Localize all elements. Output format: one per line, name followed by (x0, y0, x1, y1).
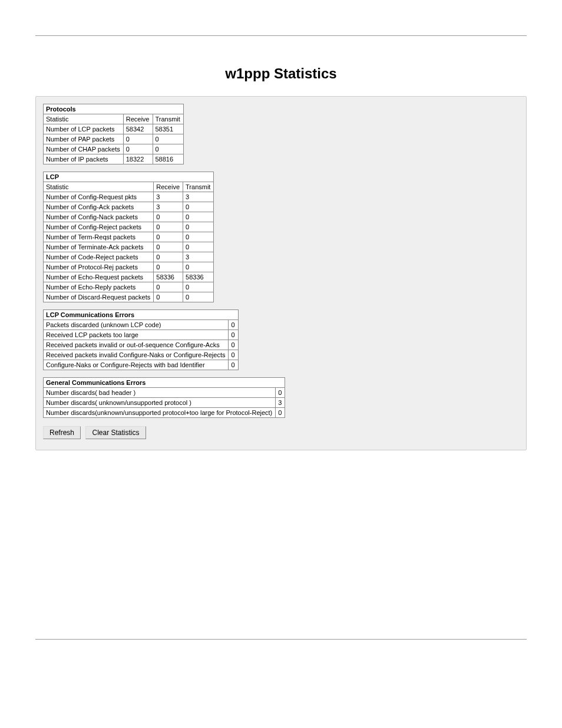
stat-val: 0 (276, 388, 285, 398)
table-row: Number discards( bad header )0 (44, 388, 285, 398)
stat-tx: 0 (183, 212, 214, 222)
lcp-errors-table: LCP Communications Errors Packets discar… (43, 309, 239, 370)
stat-rx: 0 (154, 232, 183, 242)
stat-rx: 0 (154, 262, 183, 272)
table-row: Number of Term-Reqst packets00 (44, 232, 214, 242)
stat-label: Number of Discard-Request packets (44, 292, 154, 302)
stat-tx: 58351 (153, 124, 183, 134)
general-errors-table: General Communications Errors Number dis… (43, 377, 285, 418)
col-statistic: Statistic (44, 114, 124, 124)
stat-tx: 0 (183, 232, 214, 242)
stat-rx: 0 (154, 222, 183, 232)
stat-label: Number of Code-Reject packets (44, 252, 154, 262)
stat-label: Packets discarded (unknown LCP code) (44, 320, 229, 330)
table-row: Number of Echo-Reply packets00 (44, 282, 214, 292)
stat-rx: 0 (123, 144, 153, 154)
stat-label: Received packets invalid or out-of-seque… (44, 340, 229, 350)
stat-rx: 0 (154, 292, 183, 302)
stat-label: Number of Config-Nack packets (44, 212, 154, 222)
stat-rx: 18322 (123, 154, 153, 164)
top-rule (35, 35, 527, 36)
table-row: Number of IP packets1832258816 (44, 154, 184, 164)
table-row: Received packets invalid or out-of-seque… (44, 340, 239, 350)
table-row: Received LCP packets too large0 (44, 330, 239, 340)
stat-label: Number discards( unknown/unsupported pro… (44, 398, 276, 408)
stat-val: 0 (229, 320, 238, 330)
stat-label: Number of CHAP packets (44, 144, 124, 154)
stat-rx: 3 (154, 192, 183, 202)
stat-rx: 0 (123, 134, 153, 144)
stat-val: 0 (276, 408, 285, 418)
page-title: w1ppp Statistics (35, 65, 527, 82)
stat-label: Number of Echo-Request packets (44, 272, 154, 282)
stat-tx: 0 (183, 202, 214, 212)
stat-label: Number of Term-Reqst packets (44, 232, 154, 242)
table-row: Number of Config-Ack packets30 (44, 202, 214, 212)
stat-tx: 58816 (153, 154, 183, 164)
stat-val: 3 (276, 398, 285, 408)
stat-label: Number of IP packets (44, 154, 124, 164)
stat-label: Number discards(unknown/unsupported prot… (44, 408, 276, 418)
table-row: Number of Config-Request pkts33 (44, 192, 214, 202)
stat-val: 0 (229, 330, 238, 340)
stat-val: 0 (229, 350, 238, 360)
table-row: Number of Config-Reject packets00 (44, 222, 214, 232)
stat-label: Number of Terminate-Ack packets (44, 242, 154, 252)
stat-rx: 0 (154, 282, 183, 292)
col-receive: Receive (123, 114, 153, 124)
lcp-table: LCP Statistic Receive Transmit Number of… (43, 172, 214, 302)
bottom-rule (35, 639, 527, 640)
clear-statistics-button[interactable]: Clear Statistics (85, 426, 146, 439)
stats-panel: Protocols Statistic Receive Transmit Num… (35, 96, 527, 450)
stat-label: Number of Config-Ack packets (44, 202, 154, 212)
stat-rx: 0 (154, 242, 183, 252)
lcp-errors-heading: LCP Communications Errors (44, 310, 239, 320)
stat-tx: 0 (183, 292, 214, 302)
stat-val: 0 (229, 340, 238, 350)
stat-rx: 3 (154, 202, 183, 212)
general-errors-heading: General Communications Errors (44, 378, 285, 388)
table-row: Number discards( unknown/unsupported pro… (44, 398, 285, 408)
button-row: Refresh Clear Statistics (43, 426, 519, 439)
stat-label: Number of Echo-Reply packets (44, 282, 154, 292)
table-row: Number of Echo-Request packets5833658336 (44, 272, 214, 282)
stat-tx: 0 (183, 262, 214, 272)
stat-tx: 0 (183, 282, 214, 292)
stat-label: Number discards( bad header ) (44, 388, 276, 398)
stat-tx: 0 (153, 144, 183, 154)
table-row: Received packets invalid Configure-Naks … (44, 350, 239, 360)
refresh-button[interactable]: Refresh (43, 426, 81, 439)
stat-rx: 58342 (123, 124, 153, 134)
stat-label: Number of PAP packets (44, 134, 124, 144)
table-row: Configure-Naks or Configure-Rejects with… (44, 360, 239, 370)
stat-rx: 58336 (154, 272, 183, 282)
lcp-heading: LCP (44, 172, 214, 182)
stat-tx: 3 (183, 192, 214, 202)
col-transmit: Transmit (153, 114, 183, 124)
stat-tx: 3 (183, 252, 214, 262)
col-statistic: Statistic (44, 182, 154, 192)
stat-val: 0 (229, 360, 238, 370)
protocols-heading: Protocols (44, 104, 184, 114)
table-row: Number of Code-Reject packets03 (44, 252, 214, 262)
stat-tx: 0 (183, 222, 214, 232)
table-row: Number of Config-Nack packets00 (44, 212, 214, 222)
table-row: Number of PAP packets00 (44, 134, 184, 144)
table-row: Number discards(unknown/unsupported prot… (44, 408, 285, 418)
table-row: Number of Terminate-Ack packets00 (44, 242, 214, 252)
table-row: Number of Protocol-Rej packets00 (44, 262, 214, 272)
table-row: Number of Discard-Request packets00 (44, 292, 214, 302)
stat-tx: 58336 (183, 272, 214, 282)
stat-label: Configure-Naks or Configure-Rejects with… (44, 360, 229, 370)
col-transmit: Transmit (183, 182, 214, 192)
stat-label: Number of Config-Request pkts (44, 192, 154, 202)
stat-rx: 0 (154, 212, 183, 222)
stat-label: Received LCP packets too large (44, 330, 229, 340)
table-row: Number of CHAP packets00 (44, 144, 184, 154)
table-row: Packets discarded (unknown LCP code)0 (44, 320, 239, 330)
col-receive: Receive (154, 182, 183, 192)
protocols-table: Protocols Statistic Receive Transmit Num… (43, 104, 184, 164)
stat-tx: 0 (153, 134, 183, 144)
stat-label: Number of Config-Reject packets (44, 222, 154, 232)
stat-label: Number of LCP packets (44, 124, 124, 134)
